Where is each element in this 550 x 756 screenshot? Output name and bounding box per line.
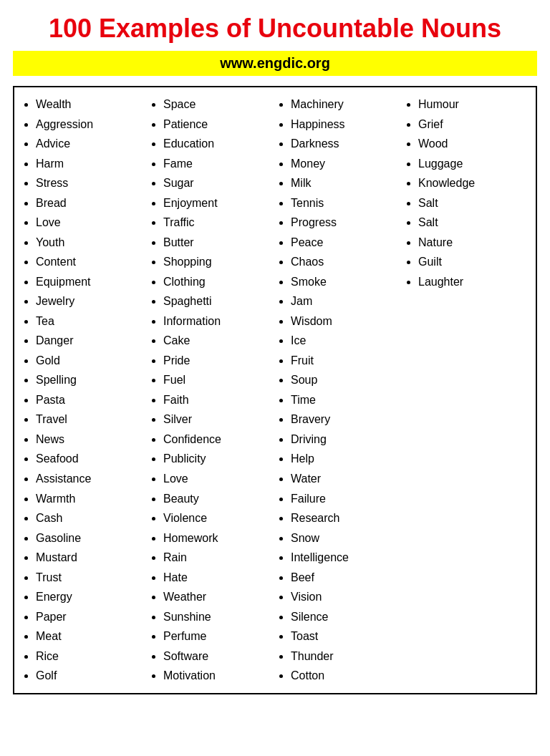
list-item: Spaghetti <box>163 291 272 311</box>
list-item: Advice <box>36 134 145 154</box>
list-item: Wealth <box>36 94 145 115</box>
list-item: Motivation <box>163 666 272 686</box>
list-item: Luggage <box>418 154 527 174</box>
list-item: Pride <box>163 351 272 371</box>
list-item: Laughter <box>418 272 527 292</box>
list-item: Rice <box>36 646 145 667</box>
list-item: Spelling <box>36 370 145 390</box>
list-item: Chaos <box>291 252 400 272</box>
list-item: Travel <box>36 410 145 430</box>
list-item: Sugar <box>163 173 272 193</box>
list-item: Aggression <box>36 115 145 135</box>
list-item: Trust <box>36 568 145 588</box>
list-item: News <box>36 430 145 450</box>
list-item: Warmth <box>36 489 145 509</box>
list-item: Driving <box>291 430 400 450</box>
list-item: Silence <box>291 607 400 627</box>
list-item: Salt <box>418 213 527 233</box>
content-box: WealthAggressionAdviceHarmStressBreadLov… <box>13 86 537 694</box>
list-item: Wood <box>418 134 527 154</box>
list-item: Harm <box>36 154 145 174</box>
list-item: Beef <box>291 568 400 588</box>
columns-container: WealthAggressionAdviceHarmStressBreadLov… <box>20 94 530 685</box>
list-item: Guilt <box>418 252 527 272</box>
list-item: Software <box>163 646 272 667</box>
list-item: Love <box>36 213 145 233</box>
list-item: Patience <box>163 115 272 135</box>
website-bar: www.engdic.org <box>13 51 537 76</box>
list-item: Intelligence <box>291 548 400 568</box>
list-item: Seafood <box>36 449 145 469</box>
list-item: Space <box>163 94 272 115</box>
list-item: Fuel <box>163 370 272 390</box>
list-item: Bread <box>36 193 145 213</box>
page-title: 100 Examples of Uncountable Nouns <box>13 13 537 44</box>
list-item: Machinery <box>291 94 400 115</box>
column-4: HumourGriefWoodLuggageKnowledgeSaltSaltN… <box>402 94 530 685</box>
list-item: Vision <box>291 587 400 607</box>
list-item: Money <box>291 154 400 174</box>
list-item: Soup <box>291 370 400 390</box>
list-item: Love <box>163 469 272 489</box>
list-item: Help <box>291 449 400 469</box>
list-item: Fame <box>163 154 272 174</box>
list-item: Danger <box>36 331 145 351</box>
list-item: Paper <box>36 607 145 627</box>
list-item: Gasoline <box>36 528 145 548</box>
list-item: Faith <box>163 390 272 410</box>
list-item: Information <box>163 311 272 331</box>
list-item: Time <box>291 390 400 410</box>
list-item: Progress <box>291 213 400 233</box>
list-item: Tea <box>36 311 145 331</box>
list-item: Failure <box>291 489 400 509</box>
list-item: Silver <box>163 410 272 430</box>
list-item: Grief <box>418 115 527 135</box>
list-item: Mustard <box>36 548 145 568</box>
list-item: Gold <box>36 351 145 371</box>
list-item: Education <box>163 134 272 154</box>
list-item: Homework <box>163 528 272 548</box>
list-item: Assistance <box>36 469 145 489</box>
list-item: Ice <box>291 331 400 351</box>
list-item: Jam <box>291 291 400 311</box>
list-item: Butter <box>163 233 272 253</box>
list-item: Milk <box>291 173 400 193</box>
column-3: MachineryHappinessDarknessMoneyMilkTenni… <box>275 94 402 685</box>
list-item: Jewelry <box>36 291 145 311</box>
list-item: Happiness <box>291 115 400 135</box>
list-item: Rain <box>163 548 272 568</box>
list-item: Knowledge <box>418 173 527 193</box>
list-item: Content <box>36 252 145 272</box>
list-item: Youth <box>36 233 145 253</box>
list-item: Confidence <box>163 430 272 450</box>
list-item: Toast <box>291 626 400 646</box>
list-item: Traffic <box>163 213 272 233</box>
list-item: Weather <box>163 587 272 607</box>
list-item: Pasta <box>36 390 145 410</box>
column-1: WealthAggressionAdviceHarmStressBreadLov… <box>20 94 148 685</box>
list-item: Nature <box>418 233 527 253</box>
list-item: Violence <box>163 508 272 528</box>
list-item: Peace <box>291 233 400 253</box>
list-item: Research <box>291 508 400 528</box>
list-item: Perfume <box>163 626 272 646</box>
list-item: Hate <box>163 568 272 588</box>
list-item: Stress <box>36 173 145 193</box>
list-item: Humour <box>418 94 527 115</box>
list-item: Publicity <box>163 449 272 469</box>
column-2: SpacePatienceEducationFameSugarEnjoyment… <box>148 94 275 685</box>
list-item: Salt <box>418 193 527 213</box>
list-item: Equipment <box>36 272 145 292</box>
list-item: Wisdom <box>291 311 400 331</box>
list-item: Tennis <box>291 193 400 213</box>
list-item: Beauty <box>163 489 272 509</box>
list-item: Sunshine <box>163 607 272 627</box>
list-item: Cake <box>163 331 272 351</box>
list-item: Thunder <box>291 646 400 667</box>
list-item: Cash <box>36 508 145 528</box>
list-item: Cotton <box>291 666 400 686</box>
list-item: Fruit <box>291 351 400 371</box>
list-item: Golf <box>36 666 145 686</box>
list-item: Bravery <box>291 410 400 430</box>
list-item: Energy <box>36 587 145 607</box>
